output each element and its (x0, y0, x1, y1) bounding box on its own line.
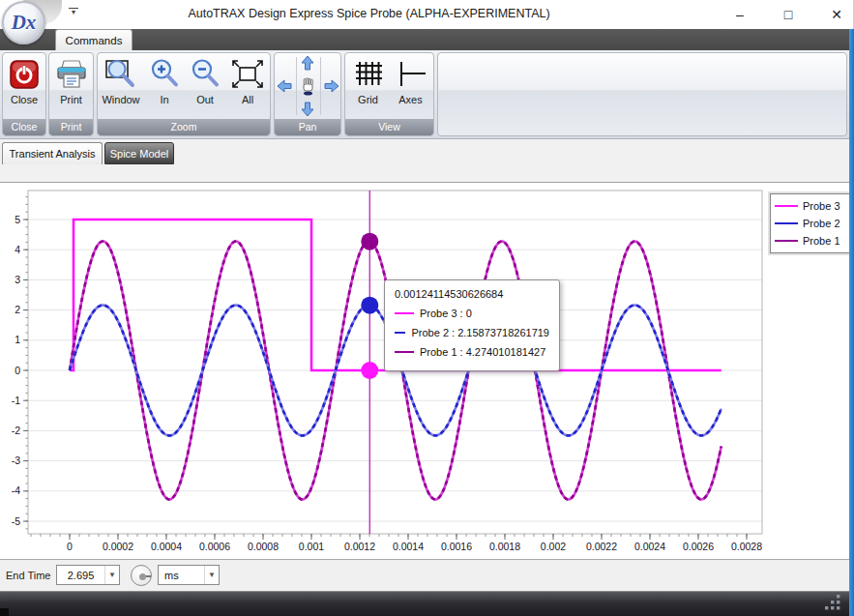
x-tick-label: 0.001 (299, 541, 324, 552)
zoom-out-icon (188, 57, 222, 92)
app-logo[interactable]: Dx (2, 1, 46, 45)
tooltip-probe-row: Probe 1 : 4.274010181427 (395, 342, 549, 362)
time-unit-combobox[interactable]: ms ▼ (158, 565, 220, 585)
x-tick-label: 0.0026 (683, 541, 714, 552)
pan-up-icon[interactable] (300, 55, 315, 71)
resize-grip[interactable] (825, 595, 842, 612)
x-tick-label: 0.0016 (441, 541, 472, 552)
close-button[interactable]: Close (7, 53, 42, 105)
cursor-marker-probe-1[interactable] (361, 233, 378, 250)
legend-line-swatch (775, 222, 798, 224)
ribbon-group-empty (437, 52, 847, 136)
zoom-all-icon (230, 57, 265, 92)
y-tick-label: 5 (15, 214, 20, 225)
x-tick-label: 0.0012 (344, 541, 375, 552)
zoom-out-button[interactable]: Out (185, 53, 225, 105)
zoom-window-label: Window (102, 94, 139, 105)
x-tick-label: 0.0006 (199, 541, 230, 552)
close-button-label: Close (11, 94, 38, 105)
x-tick-label: 0.0022 (586, 541, 617, 552)
y-tick-label: 1 (15, 334, 20, 345)
zoom-in-label: In (160, 94, 168, 105)
legend-item[interactable]: Probe 1 (775, 232, 845, 249)
chevron-down-icon[interactable]: ▼ (104, 566, 119, 584)
pan-right-icon[interactable] (324, 78, 339, 94)
y-tick-label: 4 (15, 244, 20, 255)
ribbon-group-view: Grid Axes View (344, 52, 434, 136)
ribbon-tab-commands[interactable]: Commands (55, 29, 133, 50)
maximize-button[interactable]: □ (780, 7, 796, 22)
x-tick-label: 0.0002 (103, 541, 133, 552)
app-window: Dx ▾ AutoTRAX Design Express Spice Probe… (0, 0, 854, 616)
end-time-combobox[interactable]: 2.695 ▼ (56, 565, 120, 585)
status-bar (0, 591, 854, 616)
zoom-in-button[interactable]: In (144, 53, 185, 105)
cursor-marker-probe-3[interactable] (361, 362, 378, 379)
x-tick-label: 0.0028 (731, 541, 762, 552)
document-tab-strip: Transient Analysis Spice Model (0, 139, 854, 164)
legend-line-swatch (775, 205, 798, 207)
legend-label: Probe 3 (803, 200, 840, 212)
chart-legend: Probe 3Probe 2Probe 1 (770, 193, 850, 253)
ribbon-group-caption-close: Close (3, 119, 45, 135)
legend-label: Probe 1 (803, 235, 840, 247)
ribbon-group-close: Close Close (2, 52, 46, 136)
print-button-label: Print (60, 94, 82, 105)
pan-separator (320, 57, 321, 115)
zoom-all-button[interactable]: All (225, 53, 270, 105)
legend-item[interactable]: Probe 2 (775, 215, 845, 232)
tooltip-probe-row: Probe 3 : 0 (395, 304, 549, 323)
zoom-window-button[interactable]: Window (98, 53, 144, 105)
probe-tooltip: 0.00124114530626684 Probe 3 : 0Probe 2 :… (384, 279, 560, 371)
y-tick-label: -4 (12, 484, 20, 496)
chevron-down-icon[interactable]: ▼ (204, 566, 219, 584)
window-border-right (849, 29, 854, 616)
axes-button[interactable]: Axes (390, 53, 432, 105)
y-tick-label: -2 (12, 425, 20, 436)
pan-hand-icon[interactable] (300, 77, 316, 96)
tooltip-line-swatch (395, 312, 414, 314)
grid-button-label: Grid (358, 94, 378, 105)
x-tick-label: 0.0018 (489, 541, 520, 552)
x-tick-label: 0.0024 (634, 541, 665, 552)
dial-dot (139, 573, 146, 580)
ribbon-tab-band: Commands (0, 29, 854, 50)
window-corner-notch (0, 608, 9, 616)
y-tick-label: -5 (12, 515, 20, 527)
ribbon-group-caption-print: Print (49, 119, 93, 135)
time-unit-value: ms (159, 570, 204, 581)
logo-disc: Dx (2, 1, 45, 44)
cursor-marker-probe-2[interactable] (361, 297, 378, 314)
legend-item[interactable]: Probe 3 (775, 197, 845, 215)
tab-spice-model[interactable]: Spice Model (104, 142, 174, 164)
tooltip-probe-value: Probe 1 : 4.274010181427 (420, 346, 545, 358)
grid-button[interactable]: Grid (347, 53, 390, 105)
minimize-button[interactable]: – (732, 7, 748, 22)
legend-label: Probe 2 (803, 218, 840, 229)
pan-down-icon[interactable] (300, 102, 315, 117)
pan-separator (296, 57, 297, 115)
axes-button-label: Axes (398, 94, 422, 105)
tab-content-header-band (0, 164, 854, 183)
ribbon-group-caption-view: View (345, 119, 433, 135)
x-tick-label: 0.0004 (151, 541, 182, 552)
tab-transient-analysis[interactable]: Transient Analysis (2, 142, 103, 164)
close-window-button[interactable]: ✕ (829, 7, 844, 22)
tooltip-probe-row: Probe 2 : 2.15873718261719 (395, 323, 549, 342)
ribbon: Close Close (0, 50, 854, 139)
zoom-out-label: Out (196, 94, 214, 105)
tooltip-probe-value: Probe 2 : 2.15873718261719 (411, 327, 549, 338)
grid-icon (351, 57, 386, 92)
tooltip-line-swatch (395, 332, 405, 334)
legend-line-swatch (775, 240, 798, 242)
end-time-value: 2.695 (57, 570, 104, 581)
x-tick-label: 0.0008 (248, 541, 279, 552)
tooltip-probe-value: Probe 3 : 0 (420, 308, 472, 319)
time-dial-button[interactable] (131, 565, 152, 586)
print-button[interactable]: Print (54, 53, 89, 105)
zoom-window-icon (103, 57, 138, 92)
title-bar: Dx ▾ AutoTRAX Design Express Spice Probe… (0, 0, 854, 29)
ribbon-group-zoom: Window In (97, 52, 271, 136)
logo-text: Dx (12, 11, 37, 35)
pan-left-icon[interactable] (277, 78, 292, 94)
